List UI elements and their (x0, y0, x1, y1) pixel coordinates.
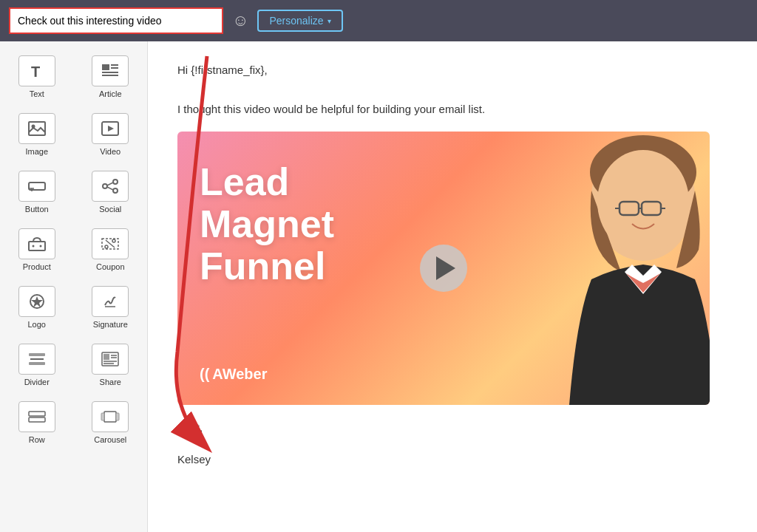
logo-icon (18, 286, 55, 317)
sidebar: T Text Article (0, 41, 148, 532)
share-icon (92, 344, 129, 375)
image-icon (18, 113, 55, 144)
sidebar-item-social[interactable]: Social (74, 163, 148, 220)
svg-marker-9 (108, 126, 114, 132)
svg-point-14 (113, 188, 118, 193)
svg-rect-2 (111, 64, 118, 66)
svg-rect-1 (102, 64, 109, 70)
sidebar-grid: T Text Article (0, 47, 147, 451)
svg-rect-37 (29, 417, 45, 422)
svg-rect-4 (102, 72, 118, 73)
person-silhouette (473, 132, 710, 405)
main-layout: T Text Article (0, 41, 757, 532)
svg-rect-29 (29, 362, 45, 365)
carousel-icon (92, 401, 129, 432)
svg-rect-36 (29, 412, 45, 416)
svg-point-20 (39, 245, 41, 248)
video-thumbnail[interactable]: Lead Magnet Funnel ((AWeber (177, 132, 710, 405)
svg-rect-3 (111, 67, 118, 69)
play-button[interactable] (420, 245, 467, 292)
email-signature: Kelsey (177, 453, 727, 466)
svg-point-13 (113, 180, 118, 184)
sidebar-item-carousel[interactable]: Carousel (74, 393, 148, 451)
sidebar-item-article[interactable]: Article (74, 47, 148, 105)
svg-rect-5 (102, 75, 118, 76)
coupon-icon (92, 228, 129, 259)
social-icon (92, 171, 129, 202)
topbar: ☺ Personalize ▾ (0, 0, 757, 41)
svg-rect-18 (29, 242, 45, 250)
divider-icon (18, 344, 55, 375)
sidebar-item-video[interactable]: Video (74, 105, 148, 163)
row-icon (18, 401, 55, 432)
article-icon (92, 55, 129, 86)
aweber-logo: ((AWeber (200, 366, 267, 383)
svg-line-21 (106, 240, 115, 248)
sidebar-item-image[interactable]: Image (0, 105, 74, 163)
video-icon (92, 113, 129, 144)
svg-point-23 (112, 239, 115, 242)
email-content: Hi {!firstname_fix}, I thought this vide… (148, 41, 757, 532)
email-closing: Best, (177, 421, 727, 434)
text-icon: T (18, 55, 55, 86)
sidebar-item-logo[interactable]: Logo (0, 278, 74, 335)
svg-point-15 (103, 184, 107, 188)
sidebar-item-row[interactable]: Row (0, 393, 74, 451)
sidebar-item-signature[interactable]: Signature (74, 278, 148, 335)
sidebar-item-product[interactable]: Product (0, 220, 74, 278)
svg-rect-39 (101, 413, 104, 420)
svg-point-19 (32, 245, 34, 248)
svg-rect-31 (103, 354, 109, 360)
svg-rect-6 (29, 122, 45, 135)
email-greeting: Hi {!firstname_fix}, (177, 64, 727, 76)
svg-rect-40 (116, 413, 119, 420)
svg-text:T: T (31, 64, 40, 80)
svg-line-16 (107, 183, 113, 185)
sidebar-item-coupon[interactable]: Coupon (74, 220, 148, 278)
svg-rect-27 (29, 353, 45, 356)
svg-rect-38 (104, 412, 116, 422)
svg-point-22 (105, 245, 108, 248)
sidebar-item-button[interactable]: Button (0, 163, 74, 220)
subject-input[interactable] (9, 7, 223, 34)
sidebar-item-text[interactable]: T Text (0, 47, 74, 105)
product-icon (18, 228, 55, 259)
sidebar-item-share[interactable]: Share (74, 335, 148, 393)
sidebar-item-divider[interactable]: Divider (0, 335, 74, 393)
personalize-button[interactable]: Personalize ▾ (257, 10, 342, 32)
emoji-button[interactable]: ☺ (232, 11, 248, 30)
svg-line-17 (107, 187, 113, 190)
video-title: Lead Magnet Funnel (200, 161, 334, 288)
button-icon (18, 171, 55, 202)
chevron-down-icon: ▾ (327, 17, 331, 25)
email-body: I thought this video would be helpful fo… (177, 103, 727, 115)
signature-icon (92, 286, 129, 317)
